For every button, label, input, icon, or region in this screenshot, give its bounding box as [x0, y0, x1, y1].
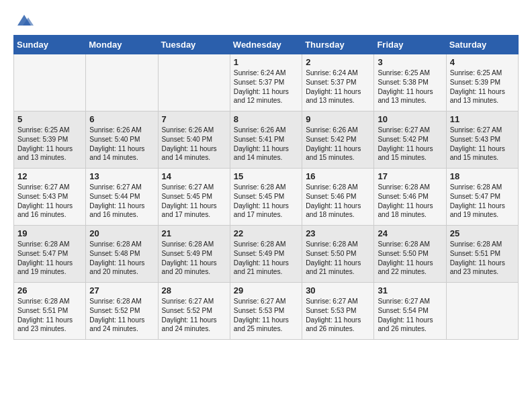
week-row-5: 26Sunrise: 6:28 AM Sunset: 5:51 PM Dayli…	[14, 283, 519, 340]
day-number: 10	[378, 114, 442, 124]
day-number: 5	[17, 114, 82, 124]
calendar-cell: 7Sunrise: 6:26 AM Sunset: 5:40 PM Daylig…	[158, 111, 230, 169]
day-number: 4	[450, 57, 515, 67]
page-header	[13, 7, 519, 30]
day-header-monday: Monday	[86, 36, 158, 54]
calendar-cell: 5Sunrise: 6:25 AM Sunset: 5:39 PM Daylig…	[14, 111, 86, 169]
cell-content: Sunrise: 6:25 AM Sunset: 5:39 PM Dayligh…	[450, 68, 515, 105]
day-number: 30	[306, 285, 370, 295]
day-number: 31	[378, 285, 442, 295]
cell-content: Sunrise: 6:27 AM Sunset: 5:43 PM Dayligh…	[17, 183, 82, 220]
cell-content: Sunrise: 6:28 AM Sunset: 5:49 PM Dayligh…	[234, 240, 298, 277]
calendar-cell	[14, 54, 86, 111]
day-number: 21	[162, 228, 226, 238]
cell-content: Sunrise: 6:28 AM Sunset: 5:51 PM Dayligh…	[450, 240, 515, 277]
day-number: 9	[306, 114, 370, 124]
calendar-cell: 29Sunrise: 6:27 AM Sunset: 5:53 PM Dayli…	[230, 283, 302, 340]
cell-content: Sunrise: 6:27 AM Sunset: 5:53 PM Dayligh…	[306, 297, 370, 334]
day-number: 22	[234, 228, 298, 238]
calendar-cell: 12Sunrise: 6:27 AM Sunset: 5:43 PM Dayli…	[14, 169, 86, 226]
calendar-header: SundayMondayTuesdayWednesdayThursdayFrid…	[14, 36, 519, 54]
calendar-cell	[446, 283, 518, 340]
cell-content: Sunrise: 6:28 AM Sunset: 5:48 PM Dayligh…	[89, 240, 154, 277]
day-header-wednesday: Wednesday	[230, 36, 302, 54]
cell-content: Sunrise: 6:27 AM Sunset: 5:54 PM Dayligh…	[378, 297, 442, 334]
calendar-cell: 16Sunrise: 6:28 AM Sunset: 5:46 PM Dayli…	[302, 169, 374, 226]
cell-content: Sunrise: 6:26 AM Sunset: 5:41 PM Dayligh…	[234, 126, 298, 163]
calendar-cell: 8Sunrise: 6:26 AM Sunset: 5:41 PM Daylig…	[230, 111, 302, 169]
cell-content: Sunrise: 6:25 AM Sunset: 5:38 PM Dayligh…	[378, 68, 442, 105]
cell-content: Sunrise: 6:28 AM Sunset: 5:52 PM Dayligh…	[89, 297, 154, 334]
day-number: 8	[234, 114, 298, 124]
calendar-cell: 22Sunrise: 6:28 AM Sunset: 5:49 PM Dayli…	[230, 226, 302, 283]
calendar-cell: 13Sunrise: 6:27 AM Sunset: 5:44 PM Dayli…	[86, 169, 158, 226]
cell-content: Sunrise: 6:26 AM Sunset: 5:42 PM Dayligh…	[306, 126, 370, 163]
day-number: 13	[89, 171, 154, 181]
calendar-cell: 3Sunrise: 6:25 AM Sunset: 5:38 PM Daylig…	[374, 54, 446, 111]
cell-content: Sunrise: 6:24 AM Sunset: 5:37 PM Dayligh…	[306, 68, 370, 105]
cell-content: Sunrise: 6:28 AM Sunset: 5:50 PM Dayligh…	[378, 240, 442, 277]
cell-content: Sunrise: 6:27 AM Sunset: 5:42 PM Dayligh…	[378, 126, 442, 163]
week-row-4: 19Sunrise: 6:28 AM Sunset: 5:47 PM Dayli…	[14, 226, 519, 283]
day-header-sunday: Sunday	[14, 36, 86, 54]
calendar-cell: 20Sunrise: 6:28 AM Sunset: 5:48 PM Dayli…	[86, 226, 158, 283]
cell-content: Sunrise: 6:28 AM Sunset: 5:51 PM Dayligh…	[17, 297, 82, 334]
calendar-cell: 9Sunrise: 6:26 AM Sunset: 5:42 PM Daylig…	[302, 111, 374, 169]
cell-content: Sunrise: 6:27 AM Sunset: 5:43 PM Dayligh…	[450, 126, 515, 163]
week-row-3: 12Sunrise: 6:27 AM Sunset: 5:43 PM Dayli…	[14, 169, 519, 226]
calendar-cell: 4Sunrise: 6:25 AM Sunset: 5:39 PM Daylig…	[446, 54, 518, 111]
day-number: 14	[162, 171, 226, 181]
cell-content: Sunrise: 6:28 AM Sunset: 5:49 PM Dayligh…	[162, 240, 226, 277]
cell-content: Sunrise: 6:25 AM Sunset: 5:39 PM Dayligh…	[17, 126, 82, 163]
day-number: 1	[234, 57, 298, 67]
calendar-cell: 25Sunrise: 6:28 AM Sunset: 5:51 PM Dayli…	[446, 226, 518, 283]
cell-content: Sunrise: 6:28 AM Sunset: 5:46 PM Dayligh…	[306, 183, 370, 220]
calendar-cell: 30Sunrise: 6:27 AM Sunset: 5:53 PM Dayli…	[302, 283, 374, 340]
cell-content: Sunrise: 6:28 AM Sunset: 5:50 PM Dayligh…	[306, 240, 370, 277]
day-number: 19	[17, 228, 82, 238]
calendar-cell: 19Sunrise: 6:28 AM Sunset: 5:47 PM Dayli…	[14, 226, 86, 283]
calendar-cell: 15Sunrise: 6:28 AM Sunset: 5:45 PM Dayli…	[230, 169, 302, 226]
day-number: 20	[89, 228, 154, 238]
logo-icon	[15, 11, 34, 30]
calendar-cell: 17Sunrise: 6:28 AM Sunset: 5:46 PM Dayli…	[374, 169, 446, 226]
day-header-friday: Friday	[374, 36, 446, 54]
cell-content: Sunrise: 6:28 AM Sunset: 5:46 PM Dayligh…	[378, 183, 442, 220]
cell-content: Sunrise: 6:27 AM Sunset: 5:53 PM Dayligh…	[234, 297, 298, 334]
cell-content: Sunrise: 6:24 AM Sunset: 5:37 PM Dayligh…	[234, 68, 298, 105]
week-row-2: 5Sunrise: 6:25 AM Sunset: 5:39 PM Daylig…	[14, 111, 519, 169]
day-number: 27	[89, 285, 154, 295]
day-header-saturday: Saturday	[446, 36, 518, 54]
day-number: 29	[234, 285, 298, 295]
day-header-tuesday: Tuesday	[158, 36, 230, 54]
day-number: 15	[234, 171, 298, 181]
logo	[13, 11, 34, 30]
calendar-cell: 26Sunrise: 6:28 AM Sunset: 5:51 PM Dayli…	[14, 283, 86, 340]
day-number: 24	[378, 228, 442, 238]
cell-content: Sunrise: 6:26 AM Sunset: 5:40 PM Dayligh…	[89, 126, 154, 163]
calendar-cell: 14Sunrise: 6:27 AM Sunset: 5:45 PM Dayli…	[158, 169, 230, 226]
calendar-cell	[86, 54, 158, 111]
calendar-cell	[158, 54, 230, 111]
calendar-table: SundayMondayTuesdayWednesdayThursdayFrid…	[13, 35, 519, 340]
cell-content: Sunrise: 6:26 AM Sunset: 5:40 PM Dayligh…	[162, 126, 226, 163]
cell-content: Sunrise: 6:27 AM Sunset: 5:52 PM Dayligh…	[162, 297, 226, 334]
day-number: 12	[17, 171, 82, 181]
calendar-cell: 31Sunrise: 6:27 AM Sunset: 5:54 PM Dayli…	[374, 283, 446, 340]
day-number: 6	[89, 114, 154, 124]
day-number: 11	[450, 114, 515, 124]
day-number: 18	[450, 171, 515, 181]
day-number: 25	[450, 228, 515, 238]
calendar-cell: 28Sunrise: 6:27 AM Sunset: 5:52 PM Dayli…	[158, 283, 230, 340]
calendar-body: 1Sunrise: 6:24 AM Sunset: 5:37 PM Daylig…	[14, 54, 519, 340]
calendar-cell: 2Sunrise: 6:24 AM Sunset: 5:37 PM Daylig…	[302, 54, 374, 111]
day-number: 23	[306, 228, 370, 238]
cell-content: Sunrise: 6:28 AM Sunset: 5:47 PM Dayligh…	[17, 240, 82, 277]
calendar-cell: 27Sunrise: 6:28 AM Sunset: 5:52 PM Dayli…	[86, 283, 158, 340]
calendar-cell: 23Sunrise: 6:28 AM Sunset: 5:50 PM Dayli…	[302, 226, 374, 283]
week-row-1: 1Sunrise: 6:24 AM Sunset: 5:37 PM Daylig…	[14, 54, 519, 111]
cell-content: Sunrise: 6:28 AM Sunset: 5:47 PM Dayligh…	[450, 183, 515, 220]
cell-content: Sunrise: 6:28 AM Sunset: 5:45 PM Dayligh…	[234, 183, 298, 220]
calendar-cell: 11Sunrise: 6:27 AM Sunset: 5:43 PM Dayli…	[446, 111, 518, 169]
day-header-thursday: Thursday	[302, 36, 374, 54]
